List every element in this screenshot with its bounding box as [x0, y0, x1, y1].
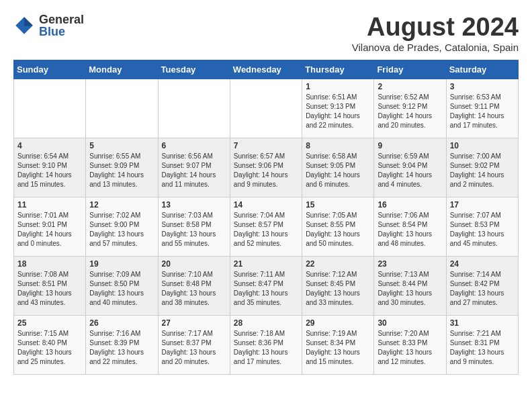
day-number: 4 — [17, 141, 82, 150]
week-row-4: 18 Sunrise: 7:08 AM Sunset: 8:51 PM Dayl… — [14, 256, 519, 315]
calendar-cell: 10 Sunrise: 7:00 AM Sunset: 9:02 PM Dayl… — [446, 138, 518, 197]
day-info: Sunrise: 6:52 AM Sunset: 9:12 PM Dayligh… — [378, 93, 442, 130]
day-info: Sunrise: 7:11 AM Sunset: 8:47 PM Dayligh… — [234, 270, 298, 308]
day-number: 10 — [450, 141, 515, 150]
day-info: Sunrise: 7:07 AM Sunset: 8:53 PM Dayligh… — [450, 211, 515, 248]
title-area: August 2024 Vilanova de Prades, Cataloni… — [352, 13, 519, 53]
day-number: 29 — [306, 318, 370, 328]
day-number: 15 — [306, 200, 370, 210]
day-info: Sunrise: 7:04 AM Sunset: 8:57 PM Dayligh… — [234, 211, 298, 248]
calendar-cell: 13 Sunrise: 7:03 AM Sunset: 8:58 PM Dayl… — [158, 197, 230, 256]
calendar-cell: 26 Sunrise: 7:16 AM Sunset: 8:39 PM Dayl… — [86, 315, 158, 374]
weekday-header-row: SundayMondayTuesdayWednesdayThursdayFrid… — [14, 60, 519, 79]
calendar-cell: 30 Sunrise: 7:20 AM Sunset: 8:33 PM Dayl… — [374, 315, 446, 374]
day-info: Sunrise: 6:57 AM Sunset: 9:06 PM Dayligh… — [234, 152, 298, 189]
day-number: 9 — [378, 141, 442, 150]
calendar-cell: 27 Sunrise: 7:17 AM Sunset: 8:37 PM Dayl… — [158, 315, 230, 374]
day-info: Sunrise: 7:02 AM Sunset: 9:00 PM Dayligh… — [89, 211, 154, 248]
calendar-cell: 3 Sunrise: 6:53 AM Sunset: 9:11 PM Dayli… — [446, 79, 518, 138]
calendar-cell: 2 Sunrise: 6:52 AM Sunset: 9:12 PM Dayli… — [374, 79, 446, 138]
calendar-cell — [86, 79, 158, 138]
day-info: Sunrise: 7:01 AM Sunset: 9:01 PM Dayligh… — [17, 211, 82, 248]
day-info: Sunrise: 7:00 AM Sunset: 9:02 PM Dayligh… — [450, 152, 515, 189]
day-info: Sunrise: 6:53 AM Sunset: 9:11 PM Dayligh… — [450, 93, 515, 130]
calendar-cell: 23 Sunrise: 7:13 AM Sunset: 8:44 PM Dayl… — [374, 256, 446, 315]
day-number: 30 — [378, 318, 442, 328]
logo: General Blue — [13, 13, 84, 38]
day-info: Sunrise: 6:55 AM Sunset: 9:09 PM Dayligh… — [89, 152, 154, 189]
calendar-cell — [158, 79, 230, 138]
day-info: Sunrise: 7:16 AM Sunset: 8:39 PM Dayligh… — [89, 329, 154, 367]
logo-text: General Blue — [39, 13, 84, 38]
calendar-cell: 14 Sunrise: 7:04 AM Sunset: 8:57 PM Dayl… — [230, 197, 302, 256]
day-info: Sunrise: 7:05 AM Sunset: 8:55 PM Dayligh… — [306, 211, 370, 248]
calendar-cell: 7 Sunrise: 6:57 AM Sunset: 9:06 PM Dayli… — [230, 138, 302, 197]
week-row-2: 4 Sunrise: 6:54 AM Sunset: 9:10 PM Dayli… — [14, 138, 519, 197]
weekday-header-monday: Monday — [86, 60, 158, 79]
weekday-header-wednesday: Wednesday — [230, 60, 302, 79]
calendar-cell — [230, 79, 302, 138]
weekday-header-tuesday: Tuesday — [158, 60, 230, 79]
day-info: Sunrise: 7:14 AM Sunset: 8:42 PM Dayligh… — [450, 270, 515, 308]
weekday-header-friday: Friday — [374, 60, 446, 79]
day-number: 22 — [306, 259, 370, 269]
calendar-cell: 1 Sunrise: 6:51 AM Sunset: 9:13 PM Dayli… — [302, 79, 374, 138]
day-number: 17 — [450, 200, 515, 210]
logo-general-text: General — [39, 13, 84, 26]
day-number: 14 — [234, 200, 298, 210]
day-number: 6 — [162, 141, 226, 150]
day-info: Sunrise: 6:56 AM Sunset: 9:07 PM Dayligh… — [162, 152, 226, 189]
calendar-cell: 5 Sunrise: 6:55 AM Sunset: 9:09 PM Dayli… — [86, 138, 158, 197]
calendar-cell: 12 Sunrise: 7:02 AM Sunset: 9:00 PM Dayl… — [86, 197, 158, 256]
day-number: 26 — [89, 318, 154, 328]
day-info: Sunrise: 6:51 AM Sunset: 9:13 PM Dayligh… — [306, 93, 370, 130]
day-number: 24 — [450, 259, 515, 269]
day-number: 19 — [89, 259, 154, 269]
day-number: 13 — [162, 200, 226, 210]
location-subtitle: Vilanova de Prades, Catalonia, Spain — [352, 42, 519, 53]
day-info: Sunrise: 7:08 AM Sunset: 8:51 PM Dayligh… — [17, 270, 82, 308]
day-number: 12 — [89, 200, 154, 210]
day-number: 3 — [450, 82, 515, 91]
day-info: Sunrise: 7:21 AM Sunset: 8:31 PM Dayligh… — [450, 329, 515, 367]
calendar-cell: 29 Sunrise: 7:19 AM Sunset: 8:34 PM Dayl… — [302, 315, 374, 374]
calendar-cell: 20 Sunrise: 7:10 AM Sunset: 8:48 PM Dayl… — [158, 256, 230, 315]
weekday-header-saturday: Saturday — [446, 60, 518, 79]
calendar-cell: 17 Sunrise: 7:07 AM Sunset: 8:53 PM Dayl… — [446, 197, 518, 256]
calendar-cell: 6 Sunrise: 6:56 AM Sunset: 9:07 PM Dayli… — [158, 138, 230, 197]
weekday-header-thursday: Thursday — [302, 60, 374, 79]
day-number: 18 — [17, 259, 82, 269]
day-number: 2 — [378, 82, 442, 91]
week-row-3: 11 Sunrise: 7:01 AM Sunset: 9:01 PM Dayl… — [14, 197, 519, 256]
day-info: Sunrise: 6:58 AM Sunset: 9:05 PM Dayligh… — [306, 152, 370, 189]
day-info: Sunrise: 7:20 AM Sunset: 8:33 PM Dayligh… — [378, 329, 442, 367]
day-info: Sunrise: 7:13 AM Sunset: 8:44 PM Dayligh… — [378, 270, 442, 308]
day-number: 31 — [450, 318, 515, 328]
page-header: General Blue August 2024 Vilanova de Pra… — [13, 13, 519, 53]
month-year-title: August 2024 — [352, 13, 519, 42]
day-info: Sunrise: 7:19 AM Sunset: 8:34 PM Dayligh… — [306, 329, 370, 367]
calendar-cell: 4 Sunrise: 6:54 AM Sunset: 9:10 PM Dayli… — [14, 138, 86, 197]
day-number: 5 — [89, 141, 154, 150]
day-info: Sunrise: 7:18 AM Sunset: 8:36 PM Dayligh… — [234, 329, 298, 367]
calendar-cell: 25 Sunrise: 7:15 AM Sunset: 8:40 PM Dayl… — [14, 315, 86, 374]
day-number: 11 — [17, 200, 82, 210]
day-number: 27 — [162, 318, 226, 328]
logo-blue-text: Blue — [39, 26, 84, 38]
logo-icon — [13, 15, 35, 36]
day-info: Sunrise: 7:12 AM Sunset: 8:45 PM Dayligh… — [306, 270, 370, 308]
day-number: 8 — [306, 141, 370, 150]
calendar-cell: 21 Sunrise: 7:11 AM Sunset: 8:47 PM Dayl… — [230, 256, 302, 315]
day-info: Sunrise: 7:15 AM Sunset: 8:40 PM Dayligh… — [17, 329, 82, 367]
day-number: 20 — [162, 259, 226, 269]
day-info: Sunrise: 7:06 AM Sunset: 8:54 PM Dayligh… — [378, 211, 442, 248]
day-info: Sunrise: 7:09 AM Sunset: 8:50 PM Dayligh… — [89, 270, 154, 308]
calendar-table: SundayMondayTuesdayWednesdayThursdayFrid… — [13, 60, 519, 375]
day-info: Sunrise: 6:59 AM Sunset: 9:04 PM Dayligh… — [378, 152, 442, 189]
calendar-cell: 11 Sunrise: 7:01 AM Sunset: 9:01 PM Dayl… — [14, 197, 86, 256]
day-number: 23 — [378, 259, 442, 269]
day-number: 16 — [378, 200, 442, 210]
week-row-1: 1 Sunrise: 6:51 AM Sunset: 9:13 PM Dayli… — [14, 79, 519, 138]
weekday-header-sunday: Sunday — [14, 60, 86, 79]
calendar-cell: 9 Sunrise: 6:59 AM Sunset: 9:04 PM Dayli… — [374, 138, 446, 197]
